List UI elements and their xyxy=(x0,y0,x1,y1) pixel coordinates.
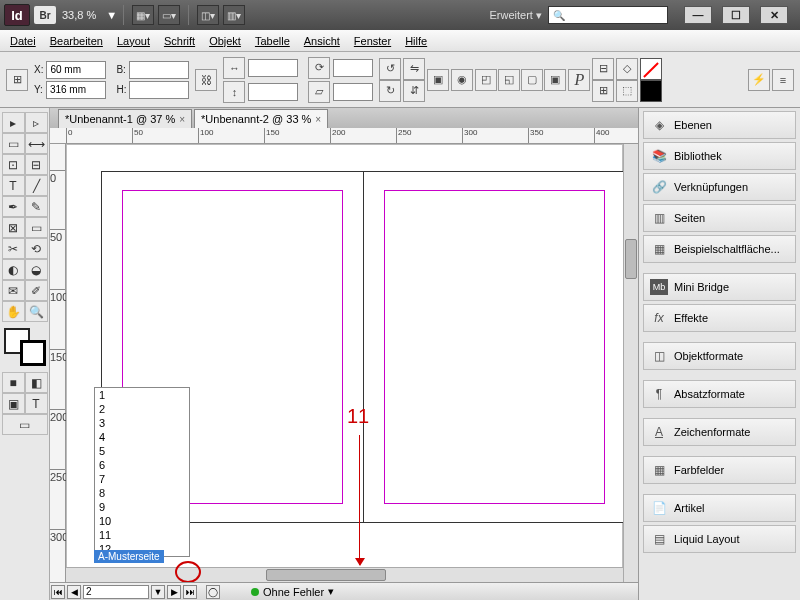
popup-item[interactable]: 3 xyxy=(95,416,189,430)
zoom-tool[interactable]: 🔍 xyxy=(25,301,48,322)
eyedropper-tool[interactable]: ✐ xyxy=(25,280,48,301)
panel-beispielschaltflaeche[interactable]: ▦Beispielschaltfläche... xyxy=(643,235,796,263)
panel-zeichenformate[interactable]: AZeichenformate xyxy=(643,418,796,446)
gap-tool[interactable]: ⟷ xyxy=(25,133,48,154)
shear-icon[interactable]: ▱ xyxy=(308,81,330,103)
fit-frame-icon[interactable]: ◱ xyxy=(498,69,520,91)
line-tool[interactable]: ╱ xyxy=(25,175,48,196)
page-right[interactable] xyxy=(363,172,625,522)
select-container-icon[interactable]: ▣ xyxy=(427,69,449,91)
zoom-percent[interactable]: 33,8 % xyxy=(62,9,96,21)
center-content-icon[interactable]: ▢ xyxy=(521,69,543,91)
panel-absatzformate[interactable]: ¶Absatzformate xyxy=(643,380,796,408)
fit-content-icon[interactable]: ◰ xyxy=(475,69,497,91)
apply-color-icon[interactable]: ■ xyxy=(2,372,25,393)
rotate-icon[interactable]: ⟳ xyxy=(308,57,330,79)
canvas[interactable]: 11 1 2 3 4 5 6 7 8 9 10 11 12 A-Must xyxy=(66,144,623,582)
fill-stroke-widget[interactable] xyxy=(2,326,48,368)
rectangle-frame-tool[interactable]: ⊠ xyxy=(2,217,25,238)
menu-ansicht[interactable]: Ansicht xyxy=(304,35,340,47)
menu-datei[interactable]: Datei xyxy=(10,35,36,47)
panel-verknuepfungen[interactable]: 🔗Verknüpfungen xyxy=(643,173,796,201)
popup-item[interactable]: 4 xyxy=(95,430,189,444)
screen-mode-icon[interactable]: ▭▾ xyxy=(158,5,180,25)
page-dropdown-button[interactable]: ▼ xyxy=(151,585,165,599)
rectangle-tool[interactable]: ▭ xyxy=(25,217,48,238)
free-transform-tool[interactable]: ⟲ xyxy=(25,238,48,259)
select-content-icon[interactable]: ◉ xyxy=(451,69,473,91)
panel-objektformate[interactable]: ◫Objektformate xyxy=(643,342,796,370)
constrain-icon[interactable]: ⛓ xyxy=(195,69,217,91)
content-collector-tool[interactable]: ⊡ xyxy=(2,154,25,175)
panel-farbfelder[interactable]: ▦Farbfelder xyxy=(643,456,796,484)
drop-cap-icon[interactable]: P xyxy=(568,69,590,91)
w-field[interactable] xyxy=(129,61,189,79)
menu-tabelle[interactable]: Tabelle xyxy=(255,35,290,47)
menu-layout[interactable]: Layout xyxy=(117,35,150,47)
menu-schrift[interactable]: Schrift xyxy=(164,35,195,47)
flip-h-icon[interactable]: ⇋ xyxy=(403,58,425,80)
stroke-swatch[interactable] xyxy=(640,80,662,102)
hand-tool[interactable]: ✋ xyxy=(2,301,25,322)
fill-frame-icon[interactable]: ▣ xyxy=(544,69,566,91)
menu-hilfe[interactable]: Hilfe xyxy=(405,35,427,47)
close-tab-icon[interactable]: × xyxy=(315,114,321,125)
gradient-swatch-tool[interactable]: ◐ xyxy=(2,259,25,280)
align-icon[interactable]: ⊟ xyxy=(592,58,614,80)
panel-effekte[interactable]: fxEffekte xyxy=(643,304,796,332)
scale-y-icon[interactable]: ↕ xyxy=(223,81,245,103)
popup-item[interactable]: 6 xyxy=(95,458,189,472)
vertical-scrollbar[interactable] xyxy=(623,144,638,582)
pencil-tool[interactable]: ✎ xyxy=(25,196,48,217)
note-tool[interactable]: ✉ xyxy=(2,280,25,301)
document-tab-1[interactable]: *Unbenannt-1 @ 37 %× xyxy=(58,109,192,128)
last-page-button[interactable]: ⏭ xyxy=(183,585,197,599)
arrange-icon[interactable]: ◫▾ xyxy=(197,5,219,25)
next-page-button[interactable]: ▶ xyxy=(167,585,181,599)
view-options-icon[interactable]: ▦▾ xyxy=(132,5,154,25)
pathfinder-icon[interactable]: ◇ xyxy=(616,58,638,80)
h-field[interactable] xyxy=(129,81,189,99)
minimize-button[interactable]: — xyxy=(684,6,712,24)
view-mode-icon[interactable]: ▭ xyxy=(2,414,48,435)
direct-selection-tool[interactable]: ▹ xyxy=(25,112,48,133)
panel-liquid-layout[interactable]: ▤Liquid Layout xyxy=(643,525,796,553)
preflight-status[interactable]: Ohne Fehler ▾ xyxy=(251,585,334,598)
popup-item[interactable]: 5 xyxy=(95,444,189,458)
horizontal-ruler[interactable]: 0 50 100 150 200 250 300 350 400 xyxy=(50,128,638,144)
selection-tool[interactable]: ▸ xyxy=(2,112,25,133)
menu-objekt[interactable]: Objekt xyxy=(209,35,241,47)
reveal-icon[interactable]: ▥▾ xyxy=(223,5,245,25)
effects-icon[interactable]: ⬚ xyxy=(616,80,638,102)
apply-gradient-icon[interactable]: ◧ xyxy=(25,372,48,393)
popup-item[interactable]: 9 xyxy=(95,500,189,514)
popup-item[interactable]: 8 xyxy=(95,486,189,500)
distribute-icon[interactable]: ⊞ xyxy=(592,80,614,102)
vertical-ruler[interactable]: 0 50 100 150 200 250 300 xyxy=(50,144,66,582)
panel-mini-bridge[interactable]: MbMini Bridge xyxy=(643,273,796,301)
popup-item[interactable]: 1 xyxy=(95,388,189,402)
panel-seiten[interactable]: ▥Seiten xyxy=(643,204,796,232)
pen-tool[interactable]: ✒ xyxy=(2,196,25,217)
prev-page-button[interactable]: ◀ xyxy=(67,585,81,599)
scale-y-field[interactable] xyxy=(248,83,298,101)
rotate-ccw-icon[interactable]: ↺ xyxy=(379,58,401,80)
fill-swatch[interactable] xyxy=(640,58,662,80)
horizontal-scrollbar[interactable] xyxy=(66,567,623,582)
document-tab-2[interactable]: *Unbenannt-2 @ 33 %× xyxy=(194,109,328,128)
scissors-tool[interactable]: ✂ xyxy=(2,238,25,259)
gradient-feather-tool[interactable]: ◒ xyxy=(25,259,48,280)
popup-item[interactable]: 11 xyxy=(95,528,189,542)
bridge-button[interactable]: Br xyxy=(34,6,56,24)
open-dialog-button[interactable]: ◯ xyxy=(206,585,220,599)
scale-x-field[interactable] xyxy=(248,59,298,77)
maximize-button[interactable]: ☐ xyxy=(722,6,750,24)
shear-field[interactable] xyxy=(333,83,373,101)
close-button[interactable]: ✕ xyxy=(760,6,788,24)
scrollbar-thumb[interactable] xyxy=(625,239,637,279)
help-search-input[interactable] xyxy=(548,6,668,24)
formatting-container-icon[interactable]: ▣ xyxy=(2,393,25,414)
close-tab-icon[interactable]: × xyxy=(179,114,185,125)
menu-fenster[interactable]: Fenster xyxy=(354,35,391,47)
rotate-field[interactable] xyxy=(333,59,373,77)
